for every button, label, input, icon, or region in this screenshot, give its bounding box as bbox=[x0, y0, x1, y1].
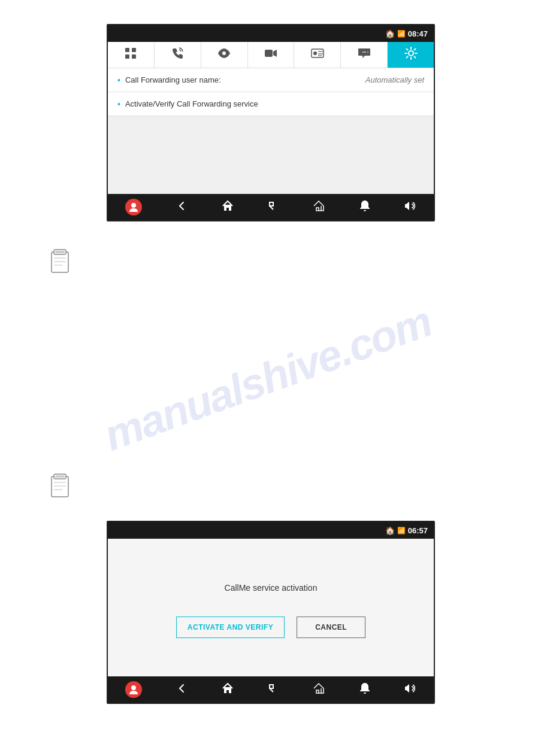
screen1-tabbar bbox=[108, 42, 434, 68]
dialog-buttons: ACTIVATE AND VERIFY CANCEL bbox=[176, 617, 365, 638]
svg-point-19 bbox=[313, 51, 317, 55]
navbar-corner-icon[interactable] bbox=[268, 201, 279, 214]
grid-icon bbox=[125, 47, 137, 62]
screen2-navbar-volume-icon[interactable] bbox=[404, 683, 416, 697]
phone-icon bbox=[171, 47, 183, 62]
screen2-dialog: CallMe service activation ACTIVATE AND V… bbox=[108, 539, 434, 676]
navbar-bell-icon[interactable] bbox=[359, 200, 370, 215]
tab-phone[interactable] bbox=[155, 42, 201, 68]
svg-rect-12 bbox=[125, 48, 129, 52]
settings-icon bbox=[404, 47, 418, 63]
activate-forwarding-label: Activate/Verify Call Forwarding service bbox=[125, 99, 424, 108]
screen2-signal-icon: 📶 bbox=[397, 527, 406, 535]
screen2-statusbar: 🏠 📶 06:57 bbox=[108, 522, 434, 539]
screen2-navbar-bell-icon[interactable] bbox=[359, 682, 370, 697]
svg-point-23 bbox=[409, 51, 413, 56]
svg-rect-0 bbox=[52, 252, 68, 272]
screen1-statusbar: 🏠 📶 08:47 bbox=[108, 25, 434, 42]
clipboard-icon-1 bbox=[49, 248, 71, 275]
navbar-volume-icon[interactable] bbox=[404, 201, 416, 214]
tab-id[interactable] bbox=[294, 42, 341, 68]
svg-rect-8 bbox=[55, 475, 65, 478]
forwarding-name-value: Automatically set bbox=[365, 75, 424, 84]
settings-row-activate-forwarding[interactable]: • Activate/Verify Call Forwarding servic… bbox=[108, 92, 434, 116]
tab-chat[interactable] bbox=[341, 42, 388, 68]
screen2-navbar-home-icon[interactable] bbox=[222, 682, 234, 697]
signal-icon: 📶 bbox=[397, 30, 406, 38]
svg-rect-2 bbox=[55, 251, 65, 253]
tab-settings[interactable] bbox=[388, 42, 434, 68]
chat-icon bbox=[358, 47, 371, 62]
svg-rect-17 bbox=[265, 50, 273, 57]
navbar-user-icon[interactable] bbox=[125, 199, 142, 215]
settings-empty-area bbox=[108, 116, 434, 194]
bullet-1: • bbox=[117, 75, 120, 85]
activate-and-verify-button[interactable]: ACTIVATE AND VERIFY bbox=[176, 617, 285, 638]
screen2-home-icon: 🏠 bbox=[385, 526, 395, 535]
clipboard-icon-2 bbox=[49, 473, 71, 499]
settings-row-forwarding-name: • Call Forwarding user name: Automatical… bbox=[108, 68, 434, 92]
screen2-navbar bbox=[108, 676, 434, 703]
tab-video[interactable] bbox=[248, 42, 295, 68]
svg-point-24 bbox=[131, 203, 136, 208]
svg-rect-6 bbox=[52, 476, 68, 497]
id-icon bbox=[311, 48, 324, 61]
navbar-back-icon[interactable] bbox=[176, 201, 187, 214]
screen2: 🏠 📶 06:57 CallMe service activation ACTI… bbox=[107, 521, 435, 704]
screen1-navbar bbox=[108, 194, 434, 220]
svg-rect-14 bbox=[125, 54, 129, 59]
video-icon bbox=[264, 48, 277, 61]
forwarding-name-label: Call Forwarding user name: bbox=[125, 75, 365, 84]
screen2-time: 06:57 bbox=[408, 526, 428, 535]
screen1-content: • Call Forwarding user name: Automatical… bbox=[108, 68, 434, 194]
screen1-time: 08:47 bbox=[408, 29, 428, 38]
screen2-navbar-corner-icon[interactable] bbox=[268, 683, 279, 697]
tab-grid[interactable] bbox=[108, 42, 155, 68]
screen2-navbar-house2-icon[interactable] bbox=[313, 682, 325, 697]
navbar-home-icon[interactable] bbox=[222, 200, 234, 215]
home-status-icon: 🏠 bbox=[385, 29, 395, 38]
svg-rect-15 bbox=[132, 54, 136, 59]
dialog-title: CallMe service activation bbox=[225, 583, 318, 593]
screen1: 🏠 📶 08:47 bbox=[107, 24, 435, 221]
bullet-2: • bbox=[117, 99, 120, 109]
svg-point-25 bbox=[131, 685, 136, 690]
svg-rect-13 bbox=[132, 48, 136, 52]
cancel-button[interactable]: CANCEL bbox=[297, 617, 365, 638]
eye-icon bbox=[217, 48, 231, 61]
svg-point-16 bbox=[222, 51, 226, 55]
screen1-status-icons: 🏠 📶 08:47 bbox=[385, 29, 428, 38]
screen2-status-icons: 🏠 📶 06:57 bbox=[385, 526, 428, 535]
navbar-house2-icon[interactable] bbox=[313, 200, 325, 215]
screen2-navbar-back-icon[interactable] bbox=[176, 683, 187, 697]
screen2-navbar-user-icon[interactable] bbox=[125, 681, 142, 698]
tab-eye[interactable] bbox=[201, 42, 248, 68]
